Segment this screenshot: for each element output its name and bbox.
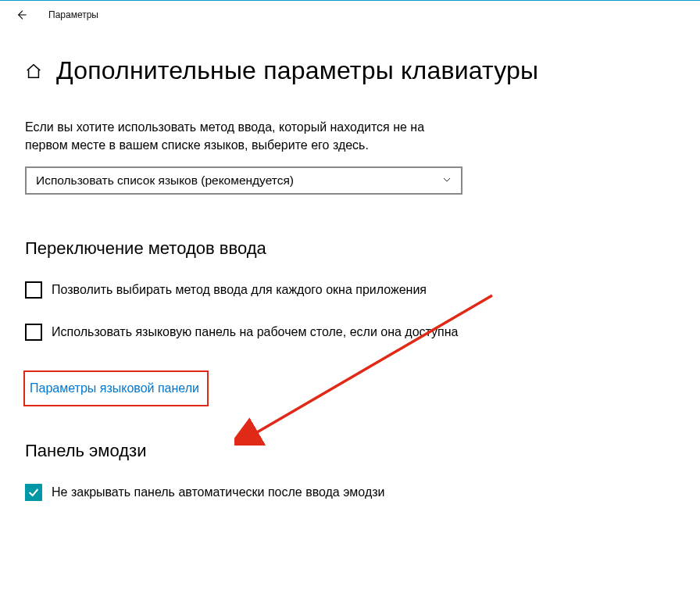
checkbox-per-window-label: Позволить выбирать метод ввода для каждо… [52, 281, 427, 299]
back-button[interactable] [14, 8, 28, 22]
language-bar-options-link[interactable]: Параметры языковой панели [30, 375, 199, 402]
page-title: Дополнительные параметры клавиатуры [56, 56, 538, 85]
annotation-highlight: Параметры языковой панели [23, 370, 209, 406]
checkbox-emoji-label: Не закрывать панель автоматически после … [52, 483, 385, 501]
chevron-down-icon [442, 174, 452, 188]
checkbox-langbar-row: Использовать языковую панель на рабочем … [25, 323, 494, 341]
section-switching-heading: Переключение методов ввода [25, 238, 675, 259]
checkbox-langbar[interactable] [25, 324, 42, 341]
checkbox-langbar-label: Использовать языковую панель на рабочем … [52, 323, 459, 341]
checkbox-per-window[interactable] [25, 281, 42, 299]
checkbox-emoji-row: Не закрывать панель автоматически после … [25, 483, 494, 501]
dropdown-selected-label: Использовать список языков (рекомендуетс… [36, 174, 294, 188]
window-title: Параметры [48, 9, 98, 20]
page-title-row: Дополнительные параметры клавиатуры [25, 56, 675, 85]
checkbox-per-window-row: Позволить выбирать метод ввода для каждо… [25, 281, 494, 299]
input-method-dropdown[interactable]: Использовать список языков (рекомендуетс… [25, 166, 462, 195]
home-button[interactable] [25, 63, 42, 80]
intro-text: Если вы хотите использовать метод ввода,… [25, 118, 462, 154]
checkbox-emoji-autoclose[interactable] [25, 484, 42, 501]
titlebar: Параметры [0, 0, 700, 28]
section-emoji-heading: Панель эмодзи [25, 441, 675, 461]
content-area: Дополнительные параметры клавиатуры Если… [0, 28, 700, 501]
